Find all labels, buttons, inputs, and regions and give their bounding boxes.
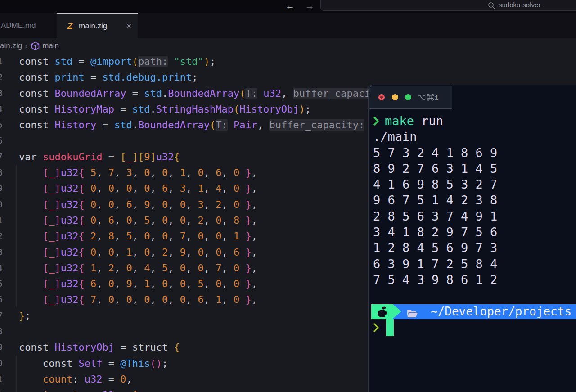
- folder-open-icon: [407, 307, 418, 321]
- line-number: 2: [0, 69, 3, 85]
- line-number: 19: [0, 339, 3, 355]
- current-directory-path: ~/Developer/projects: [431, 304, 572, 319]
- breadcrumb-symbol[interactable]: main: [42, 41, 59, 50]
- line-number: 17: [0, 308, 3, 324]
- namespace-cube-icon: [31, 41, 40, 50]
- line-number: 11: [0, 212, 3, 228]
- terminal-content[interactable]: make run./main5 7 3 2 4 1 8 6 98 9 2 7 6…: [369, 113, 576, 392]
- minimize-traffic-light[interactable]: [392, 94, 398, 100]
- terminal-command-line: make run: [369, 113, 576, 129]
- tab-readme[interactable]: ADME.md: [0, 13, 57, 38]
- terminal-blank-line: [369, 288, 576, 303]
- powerline-prompt-bar: ~/Developer/projects: [371, 304, 576, 319]
- line-number: 13: [0, 244, 3, 260]
- line-number: 7: [0, 149, 3, 165]
- line-number: 1: [0, 54, 3, 69]
- line-number: 20: [0, 356, 3, 371]
- terminal-input-prompt: [369, 320, 576, 335]
- terminal-grid-row: 8 9 2 7 6 3 1 4 5: [369, 161, 576, 176]
- nav-back-icon[interactable]: ←: [285, 0, 295, 13]
- line-number: 3: [0, 86, 3, 101]
- terminal-grid-row: 1 2 8 4 5 6 9 7 3: [369, 240, 576, 256]
- line-number: 22: [0, 387, 3, 392]
- tab-main-zig-label: main.zig: [79, 22, 107, 31]
- line-number: 4: [0, 101, 3, 117]
- line-number: 8: [0, 165, 3, 180]
- terminal-tab[interactable]: 1: [369, 86, 452, 109]
- breadcrumb-file[interactable]: ain.zig: [0, 41, 22, 50]
- apple-logo-icon: [378, 306, 387, 317]
- terminal-tab-number: 1: [435, 94, 438, 101]
- zig-file-icon: Z: [64, 21, 76, 31]
- terminal-window: 1 make run./main5 7 3 2 4 1 8 6 98 9 2 7…: [368, 85, 576, 392]
- line-number: 9: [0, 180, 3, 196]
- tab-readme-label: ADME.md: [0, 21, 36, 30]
- prompt-chevron-icon: [373, 323, 379, 333]
- nav-forward-icon[interactable]: →: [305, 0, 315, 13]
- maximize-traffic-light[interactable]: [405, 94, 411, 100]
- terminal-grid-row: 3 4 1 8 2 9 7 5 6: [369, 224, 576, 240]
- close-traffic-light[interactable]: [378, 94, 385, 100]
- prompt-bar-line: ~/Developer/projects: [369, 304, 576, 320]
- editor-tab-bar: ADME.md Z main.zig ×: [0, 13, 576, 38]
- option-key-icon: [418, 94, 426, 101]
- terminal-grid-row: 4 1 6 9 8 5 3 2 7: [369, 176, 576, 192]
- terminal-tab-shortcut: 1: [418, 94, 438, 101]
- code-line: 2const print = std.debug.print;: [0, 69, 576, 85]
- command-key-icon: [427, 94, 434, 101]
- prompt-segment-arrow: [393, 304, 401, 319]
- search-query-text: sudoku-solver: [499, 1, 540, 9]
- breadcrumb-separator: ›: [25, 41, 27, 51]
- terminal-echo-line: ./main: [369, 129, 576, 144]
- prompt-chevron-icon: [373, 116, 379, 126]
- breadcrumb: ain.zig › main: [0, 38, 59, 54]
- line-number: 6: [0, 133, 3, 149]
- line-number: 5: [0, 117, 3, 133]
- terminal-grid-row: 9 6 7 5 1 4 2 3 8: [369, 192, 576, 208]
- tab-main-zig[interactable]: Z main.zig ×: [57, 13, 138, 38]
- line-number: 16: [0, 292, 3, 307]
- title-bar: ← → sudoku-solver: [0, 0, 576, 13]
- close-icon[interactable]: ×: [126, 22, 131, 30]
- line-number: 10: [0, 197, 3, 212]
- line-number: 12: [0, 228, 3, 244]
- terminal-grid-row: 6 3 9 1 7 2 5 8 4: [369, 256, 576, 272]
- line-number: 14: [0, 260, 3, 276]
- search-icon: [488, 2, 495, 11]
- vscode-window: ← → sudoku-solver ADME.md Z main.zig × a…: [0, 0, 576, 392]
- terminal-grid-row: 5 7 3 2 4 1 8 6 9: [369, 145, 576, 161]
- terminal-grid-row: 7 5 4 3 9 8 6 1 2: [369, 272, 576, 288]
- line-number: 15: [0, 276, 3, 292]
- code-line: 1const std = @import(path: "std");: [0, 54, 576, 69]
- line-number: 18: [0, 324, 3, 339]
- terminal-grid-row: 2 8 5 6 3 7 4 9 1: [369, 208, 576, 224]
- line-number: 21: [0, 371, 3, 387]
